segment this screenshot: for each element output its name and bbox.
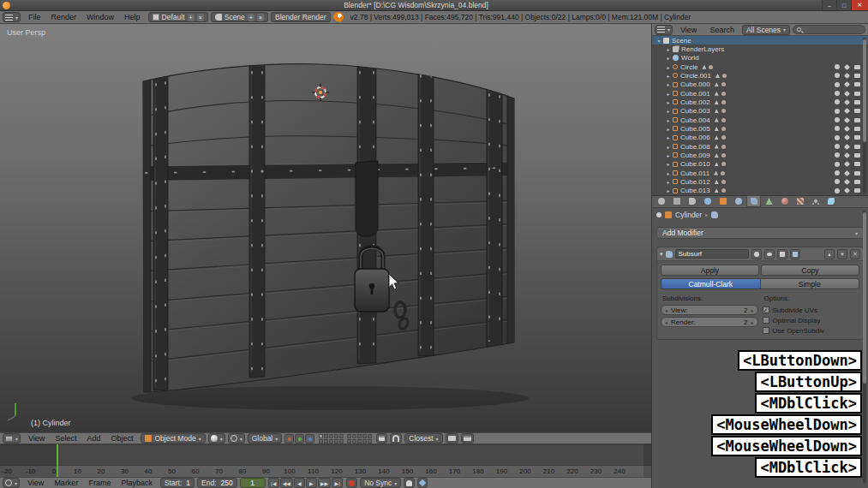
selectability-toggle-icon[interactable] xyxy=(844,73,850,79)
renderability-toggle-icon[interactable] xyxy=(854,65,860,69)
editor-type-button-3dview[interactable]: ▾ xyxy=(3,433,21,443)
render-engine-selector[interactable]: Blender Render xyxy=(271,12,331,22)
checkbox-use-opensubdiv[interactable]: Use OpenSubdiv xyxy=(763,325,860,336)
lock-to-scene-toggle[interactable] xyxy=(376,433,387,443)
menu-view-outliner[interactable]: View xyxy=(675,26,702,34)
transform-orientation-selector[interactable]: Global▾ xyxy=(248,433,283,443)
outliner-row-cube-010[interactable]: ▸Cube.010 xyxy=(652,160,868,169)
move-modifier-up-button[interactable]: ▴ xyxy=(824,249,835,259)
disclosure-triangle-icon[interactable]: ▸ xyxy=(664,144,673,150)
properties-tab-object[interactable] xyxy=(715,195,730,207)
disclosure-triangle-icon[interactable]: ▸ xyxy=(664,161,673,167)
outliner-scrollbar[interactable] xyxy=(863,38,866,193)
play-reverse-button[interactable]: ◀ xyxy=(294,478,305,488)
disclosure-triangle-icon[interactable]: ▾ xyxy=(655,38,663,44)
delete-scene-button[interactable]: × xyxy=(257,14,264,21)
renderability-toggle-icon[interactable] xyxy=(854,153,860,158)
outliner-row-cube-012[interactable]: ▸Cube.012 xyxy=(652,177,868,186)
apply-button[interactable]: Apply xyxy=(661,265,759,276)
selectability-toggle-icon[interactable] xyxy=(844,108,850,114)
layer-14[interactable] xyxy=(362,434,367,438)
selectability-toggle-icon[interactable] xyxy=(844,179,850,185)
checkbox-box[interactable] xyxy=(763,327,769,334)
layer-1[interactable] xyxy=(319,434,323,438)
renderability-toggle-icon[interactable] xyxy=(854,127,860,131)
viewport-3d-scene[interactable] xyxy=(0,24,651,432)
properties-tab-texture[interactable] xyxy=(793,195,807,207)
move-modifier-down-button[interactable]: ▾ xyxy=(837,249,847,259)
outliner-row-circle-001[interactable]: ▸Circle.001 xyxy=(652,71,868,80)
timeline-ruler[interactable]: -20-100102030405060708090100110120130140… xyxy=(0,465,651,477)
renderability-toggle-icon[interactable] xyxy=(854,188,860,193)
properties-tab-data[interactable] xyxy=(762,195,776,207)
layer-2[interactable] xyxy=(324,434,328,438)
decrement-arrow-icon[interactable]: ◂ xyxy=(663,307,669,313)
selectability-toggle-icon[interactable] xyxy=(844,152,850,158)
visibility-toggle-icon[interactable] xyxy=(835,82,840,87)
visibility-toggle-icon[interactable] xyxy=(835,135,840,140)
close-button[interactable]: ✕ xyxy=(851,0,868,10)
render-subdivisions-field[interactable]: ◂ Render: 2 ▸ xyxy=(661,317,758,327)
catmull-clark-button[interactable]: Catmull-Clark xyxy=(661,278,761,289)
copy-button[interactable]: Copy xyxy=(761,265,859,276)
viewport-visibility-toggle[interactable] xyxy=(764,249,775,259)
properties-tab-modifiers[interactable] xyxy=(746,195,761,207)
visibility-toggle-icon[interactable] xyxy=(835,109,840,114)
layer-17[interactable] xyxy=(352,439,356,443)
simple-button[interactable]: Simple xyxy=(761,278,860,289)
layer-12[interactable] xyxy=(352,434,356,438)
renderability-toggle-icon[interactable] xyxy=(854,145,860,149)
modifier-name-field[interactable]: Subsurf xyxy=(675,249,749,259)
visibility-toggle-icon[interactable] xyxy=(835,170,840,176)
properties-tab-world[interactable] xyxy=(700,195,715,207)
disclosure-triangle-icon[interactable]: ▸ xyxy=(664,73,673,79)
selectability-toggle-icon[interactable] xyxy=(844,187,850,193)
editor-type-button-outliner[interactable]: ▾ xyxy=(655,25,673,35)
visibility-toggle-icon[interactable] xyxy=(835,179,840,184)
selectability-toggle-icon[interactable] xyxy=(844,170,850,176)
menu-add[interactable]: Add xyxy=(81,434,105,443)
disclosure-triangle-icon[interactable]: ▸ xyxy=(664,46,673,52)
disclosure-triangle-icon[interactable]: ▸ xyxy=(664,187,673,193)
properties-tab-scene[interactable] xyxy=(685,195,699,207)
menu-playback[interactable]: Playback xyxy=(116,479,158,487)
auto-keyframe-toggle[interactable] xyxy=(346,478,357,488)
selectability-toggle-icon[interactable] xyxy=(844,161,850,167)
renderability-toggle-icon[interactable] xyxy=(854,180,860,184)
snap-toggle[interactable] xyxy=(390,433,402,443)
menu-file[interactable]: File xyxy=(23,13,46,21)
remove-modifier-button[interactable]: ✕ xyxy=(850,249,860,259)
decrement-arrow-icon[interactable]: ◂ xyxy=(663,319,669,325)
renderability-toggle-icon[interactable] xyxy=(854,135,860,140)
disclosure-triangle-icon[interactable]: ▸ xyxy=(664,126,673,132)
renderability-toggle-icon[interactable] xyxy=(854,118,860,122)
outliner-row-cube-001[interactable]: ▸Cube.001 xyxy=(652,89,868,98)
outliner-row-cube-002[interactable]: ▸Cube.002 xyxy=(652,98,868,106)
layer-15[interactable] xyxy=(368,434,372,438)
renderability-toggle-icon[interactable] xyxy=(854,74,860,78)
properties-tab-render[interactable] xyxy=(654,195,668,207)
menu-view[interactable]: View xyxy=(22,479,49,487)
mode-selector[interactable]: Object Mode ▾ xyxy=(141,433,205,443)
selectability-toggle-icon[interactable] xyxy=(844,64,850,70)
menu-frame[interactable]: Frame xyxy=(83,479,116,487)
outliner-row-renderlayers[interactable]: ▸RenderLayers xyxy=(652,45,868,53)
properties-tab-particles[interactable] xyxy=(808,195,823,207)
outliner-row-cube-008[interactable]: ▸Cube.008 xyxy=(652,142,868,151)
cage-toggle[interactable] xyxy=(790,249,800,259)
menu-search-outliner[interactable]: Search xyxy=(704,26,739,34)
disclosure-triangle-icon[interactable]: ▸ xyxy=(664,81,673,87)
menu-view[interactable]: View xyxy=(23,434,50,443)
edit-mode-toggle[interactable] xyxy=(777,249,787,259)
checkbox-optimal-display[interactable]: Optimal Display xyxy=(763,315,860,325)
layer-10[interactable] xyxy=(339,439,344,443)
selectability-toggle-icon[interactable] xyxy=(844,99,850,105)
layer-8[interactable] xyxy=(329,439,333,443)
outliner-row-cube-009[interactable]: ▸Cube.009 xyxy=(652,151,868,159)
disclosure-triangle-icon[interactable]: ▸ xyxy=(664,91,673,97)
layer-6[interactable] xyxy=(319,439,323,443)
screen-layout-selector[interactable]: Default + × xyxy=(148,12,208,22)
expand-toggle-icon[interactable]: ▾ xyxy=(660,251,663,258)
add-layout-button[interactable]: + xyxy=(188,14,195,21)
outliner-row-cube-004[interactable]: ▸Cube.004 xyxy=(652,116,868,124)
